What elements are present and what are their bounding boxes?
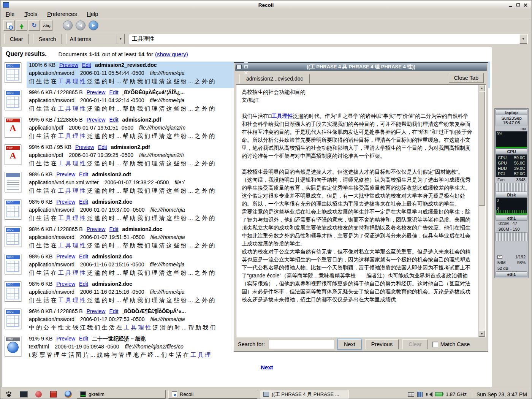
- query-history-dropdown-icon[interactable]: ▼: [519, 34, 527, 44]
- edit-link[interactable]: Edit: [79, 199, 88, 205]
- match-case-checkbox[interactable]: [432, 342, 438, 347]
- previous-page-button[interactable]: ◀: [76, 21, 86, 30]
- keyboard-layout-icon[interactable]: [408, 392, 414, 397]
- preview-tab[interactable]: admission2...evised.doc: [239, 74, 310, 84]
- edit-link[interactable]: Edit: [109, 89, 118, 95]
- show-query-link[interactable]: (show query): [155, 51, 188, 57]
- update-index-button[interactable]: [16, 20, 27, 31]
- cpu-frequency: 1.87 GHz: [446, 391, 467, 397]
- right-arrow-icon: ▶: [92, 24, 95, 27]
- msword-doc-icon[interactable]: [5, 254, 21, 274]
- scrollbar-thumb[interactable]: [479, 92, 485, 206]
- menu-tools[interactable]: Tools: [24, 11, 37, 17]
- panel-spacer: [496, 241, 527, 254]
- search-mode-value: All terms: [70, 36, 91, 42]
- result-relevance: 98% 6 KB: [29, 253, 52, 260]
- close-icon[interactable]: [522, 2, 529, 8]
- menu-help[interactable]: Help: [87, 11, 98, 17]
- tray-applet-icon[interactable]: [417, 392, 423, 397]
- result-mime: application/msword: [29, 97, 74, 105]
- edit-link[interactable]: Edit: [98, 144, 107, 150]
- task-button-preview[interactable]: ((工 PHRASE 4 具 PHRASE ...: [260, 390, 349, 399]
- krell-slider[interactable]: [496, 183, 527, 192]
- search-mode-select[interactable]: All terms ▼: [66, 34, 125, 44]
- msword-doc-icon[interactable]: [5, 199, 21, 220]
- scroll-up-icon[interactable]: ▲: [479, 85, 485, 91]
- minimize-icon[interactable]: [507, 2, 514, 8]
- scroll-down-icon[interactable]: ▼: [479, 331, 485, 337]
- menu-preferences[interactable]: Preferences: [47, 11, 77, 17]
- task-button-recoll[interactable]: Recoll: [168, 390, 257, 399]
- find-input[interactable]: [269, 340, 334, 349]
- preview-link[interactable]: Preview: [56, 336, 75, 342]
- edit-link[interactable]: Edit: [79, 336, 88, 342]
- next-results-link[interactable]: Next: [261, 364, 273, 370]
- result-date: 2006-01-07 19:39:25 -0500: [69, 152, 133, 160]
- search-button[interactable]: Search: [33, 34, 62, 44]
- result-filename: admission2.doc: [92, 253, 132, 260]
- chevron-down-icon[interactable]: ▼: [117, 34, 124, 44]
- recoll-icon: [172, 391, 177, 397]
- volume-icon[interactable]: [426, 391, 432, 397]
- edit-link[interactable]: Edit: [109, 117, 118, 123]
- msword-doc-icon[interactable]: [5, 281, 21, 302]
- app-launcher[interactable]: [47, 390, 59, 399]
- first-page-button[interactable]: ◀: [63, 21, 73, 30]
- window-titlebar[interactable]: Recoll: [1, 1, 531, 9]
- find-next-button[interactable]: Next: [338, 339, 361, 349]
- pdf-file-icon[interactable]: [5, 144, 21, 165]
- preview-link[interactable]: Preview: [56, 171, 75, 177]
- preview-link[interactable]: Preview: [87, 117, 106, 123]
- krell-slider[interactable]: [496, 232, 527, 241]
- preview-link[interactable]: Preview: [56, 253, 75, 260]
- preview-link[interactable]: Preview: [87, 89, 106, 95]
- edit-link[interactable]: Edit: [79, 253, 88, 260]
- pdf-file-icon[interactable]: [5, 117, 21, 138]
- preview-link[interactable]: Preview: [75, 144, 94, 150]
- preview-link[interactable]: Preview: [56, 281, 75, 287]
- preview-link[interactable]: Preview: [87, 226, 106, 232]
- browser-launcher[interactable]: [62, 390, 74, 399]
- clear-search-button[interactable]: [3, 20, 15, 31]
- html-file-icon[interactable]: [5, 336, 21, 356]
- menu-file[interactable]: File: [6, 11, 14, 17]
- battery-icon[interactable]: [435, 392, 443, 396]
- task-button-gkrellm[interactable]: gkrellm: [77, 390, 166, 399]
- search-bar: Clear Search All terms ▼ ▼: [1, 32, 531, 46]
- msword-doc-icon[interactable]: [5, 226, 21, 247]
- preview-titlebar[interactable]: ((工 PHRASE 4 具 PHRASE 4 理 PHRASE 4 性)): [235, 63, 487, 71]
- find-clear-button[interactable]: Clear: [402, 339, 428, 349]
- edit-link[interactable]: Edit: [79, 171, 88, 177]
- edit-link[interactable]: Edit: [79, 281, 88, 287]
- close-tab-button[interactable]: Close Tab: [449, 73, 484, 83]
- desktop-menu-button[interactable]: [3, 390, 15, 399]
- terminal-launcher[interactable]: [17, 390, 30, 399]
- search-input[interactable]: [129, 36, 519, 42]
- edit-link[interactable]: Edit: [82, 62, 91, 68]
- disk-section-label: Disk: [496, 192, 527, 198]
- preview-link[interactable]: Preview: [59, 62, 78, 68]
- next-page-button[interactable]: ▶: [89, 21, 98, 30]
- preview-scrollbar[interactable]: ▲ ▼: [478, 85, 485, 337]
- maximize-icon[interactable]: [515, 2, 521, 8]
- edit-link[interactable]: Edit: [109, 226, 118, 232]
- preview-link[interactable]: Preview: [56, 199, 75, 205]
- rebuild-index-button[interactable]: ↻: [28, 20, 40, 31]
- odt-file-icon[interactable]: [5, 172, 21, 192]
- term-explorer-button[interactable]: ÂbÇ: [41, 20, 52, 31]
- edit-link[interactable]: Edit: [109, 308, 118, 314]
- result-range: 1-11: [89, 51, 100, 57]
- preview-link[interactable]: Preview: [87, 308, 106, 314]
- msword-doc-icon[interactable]: [5, 90, 21, 110]
- query-results-title: Query results.: [6, 51, 47, 57]
- hostname-label: laptop: [496, 109, 527, 115]
- close-icon[interactable]: [243, 70, 249, 76]
- result-filename: admission2.odt: [92, 171, 131, 177]
- msword-doc-icon[interactable]: [5, 62, 21, 83]
- result-mime: application/pdf: [29, 125, 63, 133]
- msword-doc-icon[interactable]: [5, 309, 21, 329]
- app-launcher[interactable]: [32, 390, 44, 399]
- clear-button[interactable]: Clear: [4, 34, 29, 44]
- result-relevance: 99% 6 KB / 1228865 B: [29, 117, 83, 123]
- find-previous-button[interactable]: Previous: [365, 339, 399, 349]
